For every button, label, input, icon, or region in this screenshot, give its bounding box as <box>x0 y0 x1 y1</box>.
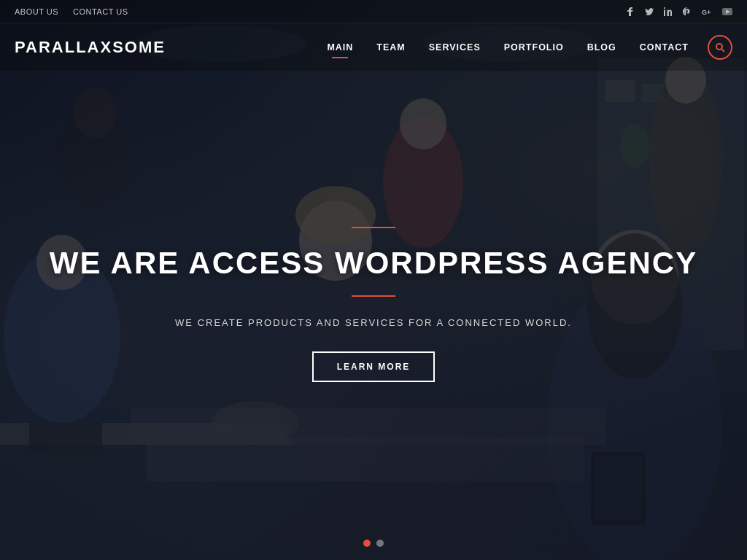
hero-line-top <box>352 227 395 228</box>
youtube-icon[interactable] <box>722 8 732 15</box>
hero-subtitle: WE CREATE PRODUCTS AND SERVICES FOR A CO… <box>175 317 572 328</box>
svg-line-34 <box>722 49 725 52</box>
top-bar-links: ABOUT US CONTACT US <box>15 7 128 16</box>
slider-dots <box>363 540 384 547</box>
nav-links: MAIN TEAM SERVICES PORTFOLIO BLOG CONTAC… <box>315 26 732 69</box>
facebook-icon[interactable] <box>626 7 635 16</box>
nav-link-portfolio[interactable]: PORTFOLIO <box>492 26 576 69</box>
svg-point-33 <box>716 44 722 50</box>
brand-logo[interactable]: PARALLAXSOME <box>15 38 166 57</box>
contact-us-link[interactable]: CONTACT US <box>73 7 128 16</box>
learn-more-button[interactable]: LEARN MORE <box>312 351 436 382</box>
top-bar: ABOUT US CONTACT US G+ <box>0 0 747 23</box>
nav-link-blog[interactable]: BLOG <box>576 26 628 69</box>
twitter-icon[interactable] <box>645 7 654 16</box>
search-button[interactable] <box>708 35 732 60</box>
social-icons: G+ <box>626 7 732 16</box>
pinterest-icon[interactable] <box>683 7 692 16</box>
slider-dot-2[interactable] <box>376 540 384 547</box>
slider-dot-1[interactable] <box>363 540 371 547</box>
nav-link-services[interactable]: SERVICES <box>417 26 492 69</box>
main-nav: PARALLAXSOME MAIN TEAM SERVICES PORTFOLI… <box>0 23 747 71</box>
google-plus-icon[interactable]: G+ <box>702 8 712 15</box>
nav-link-main[interactable]: MAIN <box>315 26 365 69</box>
linkedin-icon[interactable] <box>664 7 673 16</box>
nav-link-contact[interactable]: CONTACT <box>628 26 700 69</box>
hero-line-bottom <box>352 295 395 297</box>
about-us-link[interactable]: ABOUT US <box>15 7 58 16</box>
svg-text:G+: G+ <box>702 9 711 15</box>
hero-title: WE ARE ACCESS WORDPRESS AGENCY <box>50 246 697 281</box>
hero-content: WE ARE ACCESS WORDPRESS AGENCY WE CREATE… <box>0 71 747 538</box>
nav-link-team[interactable]: TEAM <box>365 26 417 69</box>
